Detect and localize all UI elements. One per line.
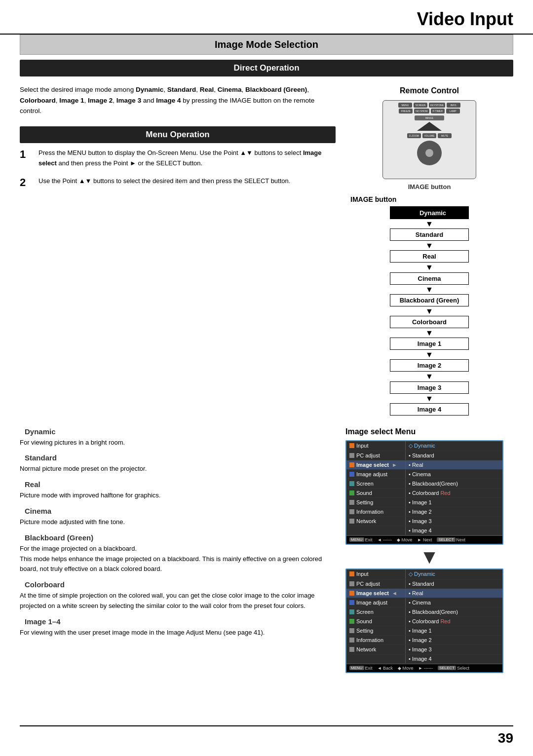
- desc-heading-standard: Standard: [20, 454, 331, 462]
- flow-standard: Standard: [390, 228, 469, 241]
- osd-icon-imageselect: [349, 462, 354, 467]
- desc-left: Dynamic For viewing pictures in a bright…: [20, 427, 331, 673]
- desc-heading-blackboard: Blackboard (Green): [20, 533, 331, 542]
- flow-cinema: Cinema: [390, 272, 469, 285]
- flow-arrow-4: ▼: [425, 285, 433, 294]
- osd-icon-pcadjust-2: [349, 581, 354, 586]
- osd-icon-network-2: [349, 647, 354, 652]
- footer-line: [20, 725, 513, 726]
- desc-heading-dynamic: Dynamic: [20, 427, 331, 436]
- osd-icon-imageadjust: [349, 472, 354, 477]
- osd-icon-screen: [349, 481, 354, 486]
- desc-text-colorboard: At the time of simple projection on the …: [20, 591, 331, 611]
- flow-arrow-7: ▼: [425, 350, 433, 359]
- descriptions-section: Dynamic For viewing pictures in a bright…: [20, 427, 513, 673]
- menu-steps: 1 Press the MENU button to display the O…: [20, 148, 336, 189]
- flow-dynamic: Dynamic: [390, 206, 469, 219]
- remote-control-label: Remote Control: [400, 86, 459, 95]
- image-select-menu-col: Image select Menu Input ◇ Dynamic: [345, 427, 513, 673]
- remote-section: Remote Control MENU SCREEN KEYSTONE INFO…: [345, 86, 513, 190]
- step-1-number: 1: [20, 148, 32, 169]
- left-column: Select the desired image mode among Dyna…: [20, 81, 336, 416]
- flow-colorboard: Colorboard: [390, 316, 469, 328]
- volume-key: VOLUME: [422, 133, 436, 138]
- osd-row-input-2: Input ◇ Dynamic: [346, 569, 502, 579]
- right-column: Remote Control MENU SCREEN KEYSTONE INFO…: [345, 81, 513, 416]
- osd-row-extra-2: • Image 4: [346, 654, 502, 664]
- osd-row-network-2: Network • Image 3: [346, 645, 502, 654]
- osd-row-screen-1: Screen • Blackboard(Green): [346, 479, 502, 489]
- osd-icon-setting: [349, 500, 354, 505]
- section-title: Image Mode Selection: [20, 35, 513, 55]
- image-key: IMAGE: [415, 115, 444, 120]
- freeze-key: FREEZE: [399, 109, 413, 113]
- osd-row-input-1: Input ◇ Dynamic: [346, 441, 502, 451]
- osd-row-extra-1: • Image 4: [346, 526, 502, 535]
- noshow-key: NO SHOW: [414, 109, 429, 113]
- osd-icon-pcadjust: [349, 453, 354, 458]
- desc-heading-colorboard: Colorboard: [20, 580, 331, 589]
- osd-row-setting-2: Setting • Image 1: [346, 626, 502, 636]
- step-2-text: Use the Point ▲▼ buttons to select the d…: [38, 176, 290, 189]
- desc-text-blackboard: For the image projected on a blackboard.…: [20, 544, 331, 574]
- flow-chain: Dynamic ▼ Standard ▼ Real ▼ Cinema ▼ Bla…: [345, 206, 513, 416]
- osd-icon-sound: [349, 491, 354, 495]
- osd-row-info-2: Information • Image 2: [346, 636, 502, 645]
- osd-row-info-1: Information • Image 2: [346, 507, 502, 517]
- select-center-btn: [425, 149, 433, 157]
- osd-row-imageselect-2: Image select ◄ • Real: [346, 589, 502, 598]
- step-2: 2 Use the Point ▲▼ buttons to select the…: [20, 176, 336, 189]
- page-header: Video Input: [0, 0, 533, 35]
- image-select-menu-title: Image select Menu: [345, 427, 513, 436]
- osd-row-imageadjust-1: Image adjust • Cinema: [346, 470, 502, 479]
- osd-row-screen-2: Screen • Blackboard(Green): [346, 607, 502, 617]
- direct-operation-bar: Direct Operation: [20, 60, 513, 76]
- flow-arrow-8: ▼: [425, 372, 433, 381]
- dzoom-key: D.ZOOM: [407, 133, 421, 138]
- desc-text-image14: For viewing with the user preset image m…: [20, 628, 331, 638]
- desc-text-cinema: Picture mode adjusted with fine tone.: [20, 517, 331, 528]
- keystone-key: KEYSTONE: [429, 103, 445, 108]
- osd-icon-setting-2: [349, 628, 354, 633]
- osd-row-imageadjust-2: Image adjust • Cinema: [346, 598, 502, 607]
- flow-blackboard: Blackboard (Green): [390, 294, 469, 306]
- osd-icon-imageadjust-2: [349, 600, 354, 605]
- flow-arrow-2: ▼: [425, 241, 433, 250]
- step-2-number: 2: [20, 176, 32, 189]
- screen-key: SCREEN: [414, 103, 427, 108]
- osd-icon-network: [349, 519, 354, 524]
- menu-operation-bar: Menu Operation: [20, 126, 336, 143]
- flow-arrow-6: ▼: [425, 328, 433, 338]
- flow-image2: Image 2: [390, 359, 469, 372]
- remote-arrow-indicator: [417, 122, 442, 131]
- nav-circle: [417, 141, 442, 165]
- osd-footer-1: MENU Exit ◄ ------ ◆ Move ► Next SELECT …: [346, 535, 502, 544]
- step-1: 1 Press the MENU button to display the O…: [20, 148, 336, 169]
- osd-icon-imageselect-2: [349, 591, 354, 596]
- menu-key: MENU: [398, 103, 412, 108]
- desc-text-standard: Normal picture mode preset on the projec…: [20, 464, 331, 474]
- two-col-layout: Select the desired image mode among Dyna…: [20, 81, 513, 416]
- osd-row-imageselect-1: Image select ► • Real: [346, 460, 502, 470]
- flow-arrow-3: ▼: [425, 263, 433, 272]
- osd-footer-2: MENU Exit ◄ Back ◆ Move ► ------ SELECT …: [346, 664, 502, 672]
- osd-row-pcadjust-2: PC adjust • Standard: [346, 579, 502, 589]
- osd-row-sound-1: Sound • Colorboard Red: [346, 489, 502, 498]
- step-1-text: Press the MENU button to display the On-…: [38, 148, 336, 169]
- osd-menu-1: Input ◇ Dynamic PC adjust • Standard: [345, 440, 503, 545]
- desc-heading-cinema: Cinema: [20, 507, 331, 515]
- osd-menu-2: Input ◇ Dynamic PC adjust • Standard: [345, 568, 503, 673]
- ptimer-key: P-TIMER: [431, 109, 445, 113]
- remote-control-image: MENU SCREEN KEYSTONE INFO. FREEZE NO SHO…: [382, 100, 476, 179]
- direct-op-description: Select the desired image mode among Dyna…: [20, 84, 336, 116]
- osd-icon-info: [349, 509, 354, 514]
- page-number: 39: [498, 730, 513, 746]
- osd-row-network-1: Network • Image 3: [346, 517, 502, 526]
- osd-icon-screen-2: [349, 609, 354, 614]
- main-content: Image Mode Selection Direct Operation Se…: [0, 35, 533, 703]
- flow-real: Real: [390, 250, 469, 263]
- desc-heading-real: Real: [20, 480, 331, 489]
- flow-arrow-1: ▼: [425, 219, 433, 228]
- svg-marker-0: [417, 122, 442, 131]
- mute-key: MUTE: [438, 133, 452, 138]
